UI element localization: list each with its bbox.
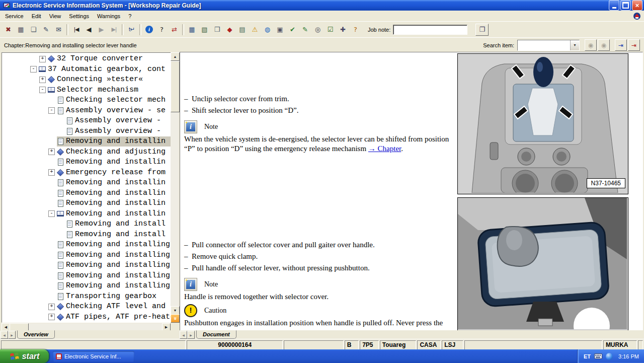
tree-item[interactable]: Removing and install bbox=[2, 230, 171, 240]
tab-scroll-left-button[interactable]: ◀ bbox=[180, 331, 187, 339]
tree-item[interactable]: Checking selector mech bbox=[2, 95, 171, 105]
language-indicator[interactable]: ET bbox=[584, 353, 591, 359]
search-item-combobox[interactable]: ▼ bbox=[517, 40, 580, 51]
taskbar-task-button[interactable]: Electronic Service Inf... bbox=[53, 351, 134, 362]
menu-help[interactable]: ? bbox=[124, 12, 135, 20]
search-item-input[interactable] bbox=[518, 40, 570, 50]
scroll-thumb[interactable] bbox=[171, 61, 180, 112]
tree-item[interactable]: +ATF pipes, ATF pre-heate bbox=[2, 312, 171, 322]
body-repair-button[interactable]: ▧ bbox=[198, 23, 211, 36]
tree-item[interactable]: -37 Automatic gearbox, cont bbox=[2, 64, 171, 75]
tree-item[interactable]: Removing and installing bbox=[2, 250, 171, 260]
tree-item[interactable]: Removing and install bbox=[2, 219, 171, 229]
tab-scroll-left-button[interactable]: ◀ bbox=[1, 331, 8, 339]
checklist-button[interactable]: ☑ bbox=[324, 23, 337, 36]
search-backward-button[interactable]: ◉ bbox=[585, 39, 597, 51]
tree-item[interactable]: Transporting gearbox bbox=[2, 292, 171, 302]
start-button[interactable]: start bbox=[0, 349, 49, 363]
print-button[interactable]: ▦ bbox=[15, 23, 27, 36]
tree-expander[interactable]: + bbox=[39, 77, 46, 83]
document-help-button[interactable]: ? bbox=[349, 23, 362, 36]
tree-item[interactable]: Removing and installin bbox=[2, 178, 171, 188]
job-note-input[interactable] bbox=[393, 25, 467, 35]
tree-expander[interactable]: - bbox=[39, 87, 46, 93]
menu-warnings[interactable]: Warnings bbox=[93, 12, 124, 20]
maximize-button[interactable] bbox=[620, 0, 631, 11]
tree-item[interactable]: Removing and installing bbox=[2, 281, 171, 291]
tree-item[interactable]: +Connecting »tester« bbox=[2, 75, 171, 85]
tree-item[interactable]: Removing and installin bbox=[2, 198, 171, 208]
tree-item[interactable]: +Checking and adjusting bbox=[2, 147, 171, 157]
scroll-up-button[interactable]: ▲ bbox=[171, 52, 180, 61]
search-documents-button[interactable]: ◎ bbox=[311, 23, 324, 36]
workshop-manual-button[interactable]: ✔ bbox=[286, 23, 299, 36]
tree-expander[interactable]: - bbox=[48, 210, 55, 217]
running-gear-button[interactable]: ❒ bbox=[211, 23, 223, 36]
minimize-button[interactable] bbox=[609, 0, 619, 11]
edit-notes-button[interactable]: ✎ bbox=[40, 23, 52, 36]
new-document-button[interactable]: ❏ bbox=[27, 23, 40, 36]
tree-expander[interactable]: + bbox=[48, 304, 55, 310]
tree-item[interactable]: +Emergency release from bbox=[2, 168, 171, 178]
tree-item[interactable]: Assembly overview - bbox=[2, 116, 171, 126]
help-button[interactable]: ? bbox=[155, 23, 168, 36]
tree-item[interactable]: Removing and installin bbox=[2, 188, 171, 198]
menu-service[interactable]: Service bbox=[1, 12, 28, 20]
close-button[interactable]: × bbox=[632, 0, 642, 11]
chapter-link[interactable]: → Chapter bbox=[368, 144, 401, 153]
tab-scroll-right-button[interactable]: ▶ bbox=[8, 331, 16, 339]
first-document-button[interactable]: |◀ bbox=[70, 23, 83, 36]
document-history-button[interactable]: t↵ bbox=[125, 23, 138, 36]
service-media-button[interactable]: ▣ bbox=[274, 23, 286, 36]
tree-expander[interactable]: + bbox=[48, 149, 55, 155]
tree-item[interactable]: Removing and installing bbox=[2, 271, 171, 281]
menu-edit[interactable]: Edit bbox=[28, 12, 45, 20]
wiring-diagrams-button[interactable]: ◆ bbox=[223, 23, 236, 36]
tree-item[interactable]: +32 Torque converter bbox=[2, 54, 171, 64]
component-locations-button[interactable]: ▤ bbox=[236, 23, 249, 36]
search-forward-button[interactable]: ◉ bbox=[598, 39, 610, 51]
technical-bulletins-button[interactable]: ⚠ bbox=[249, 23, 261, 36]
tree-item[interactable]: +Checking ATF level and t bbox=[2, 302, 171, 312]
tree-item[interactable]: -Selector mechanism bbox=[2, 85, 171, 95]
tree-item[interactable]: Assembly overview - bbox=[2, 126, 171, 136]
tree-expander[interactable]: - bbox=[30, 66, 37, 72]
keyboard-icon[interactable] bbox=[594, 353, 602, 359]
set-search-filter-button[interactable]: ⇥ bbox=[615, 39, 627, 51]
status-sphere-icon[interactable] bbox=[606, 353, 613, 360]
service-notes-button[interactable]: ✎ bbox=[299, 23, 311, 36]
exchange-data-button[interactable]: ⇄ bbox=[168, 23, 181, 36]
tree-horizontal-scrollbar[interactable]: ◀ ▶ bbox=[2, 323, 171, 330]
clear-search-filter-button[interactable]: ⇥ bbox=[628, 39, 640, 51]
tab-scroll-right-button[interactable]: ▶ bbox=[187, 331, 195, 339]
previous-document-button[interactable]: ◀ bbox=[83, 23, 95, 36]
send-mail-button[interactable]: ✉ bbox=[52, 23, 65, 36]
tree-expander[interactable]: + bbox=[48, 169, 55, 176]
tab-document[interactable]: Document bbox=[196, 330, 236, 339]
special-tools-button[interactable]: ✚ bbox=[337, 23, 349, 36]
exit-button[interactable]: ✖ bbox=[2, 23, 15, 36]
maintenance-tables-button[interactable]: ▦ bbox=[186, 23, 198, 36]
tab-overview[interactable]: Overview bbox=[17, 330, 55, 339]
tree-item[interactable]: Removing and installing bbox=[2, 260, 171, 270]
next-document-button[interactable]: ▶ bbox=[95, 23, 108, 36]
menu-view[interactable]: View bbox=[45, 12, 65, 20]
book-icon bbox=[48, 87, 55, 94]
tree-item[interactable]: Removing and installin bbox=[2, 157, 171, 167]
tree-item[interactable]: -Removing and installin bbox=[2, 209, 171, 219]
tree-expander[interactable]: + bbox=[48, 314, 55, 320]
jump-next-button[interactable]: » bbox=[171, 314, 180, 323]
job-note-button[interactable]: ❐ bbox=[475, 24, 489, 36]
tree-item[interactable]: -Assembly overview - se bbox=[2, 106, 171, 116]
combo-dropdown-button[interactable]: ▼ bbox=[570, 40, 579, 50]
internet-button[interactable]: ◍ bbox=[261, 23, 274, 36]
scroll-down-button[interactable]: ▼ bbox=[171, 306, 180, 315]
tree-vertical-scrollbar[interactable]: ▲ ▼ » bbox=[171, 52, 179, 323]
tree-expander[interactable]: + bbox=[39, 56, 46, 62]
menu-settings[interactable]: Settings bbox=[65, 12, 93, 20]
last-document-button[interactable]: ▶| bbox=[108, 23, 120, 36]
tree-expander[interactable]: - bbox=[48, 107, 55, 114]
info-button[interactable]: i bbox=[143, 23, 155, 36]
tree-item[interactable]: Removing and installing bbox=[2, 240, 171, 250]
tree-item[interactable]: Removing and installin bbox=[2, 136, 171, 147]
